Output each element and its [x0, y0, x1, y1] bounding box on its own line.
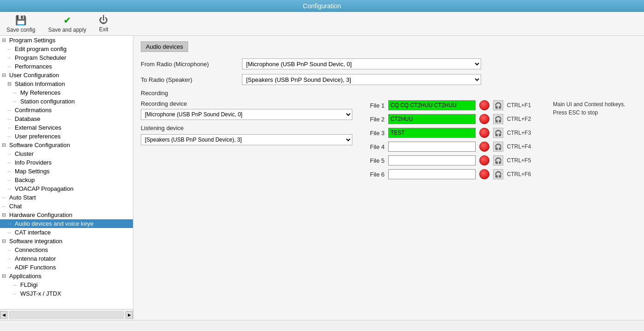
leaf-spacer: ─ — [7, 177, 14, 183]
from-radio-row: From Radio (Microphone) [Microphone (USB… — [141, 58, 637, 69]
scroll-right-arrow[interactable]: ▶ — [126, 311, 133, 319]
leaf-spacer: ─ — [7, 169, 14, 174]
file-input-4[interactable] — [388, 142, 476, 152]
file-input-3[interactable] — [388, 128, 476, 138]
file-label-6: File 6 — [366, 171, 385, 178]
sidebar-item-audio-devices[interactable]: ─Audio devices and voice keye — [0, 219, 133, 228]
leaf-spacer: ─ — [7, 247, 14, 253]
expander-icon: ⊟ — [2, 273, 8, 279]
sidebar-item-adif-functions[interactable]: ─ADIF Functions — [0, 263, 133, 272]
sidebar-item-antenna-rotator[interactable]: ─Antenna rotator — [0, 254, 133, 263]
sidebar-item-label: My References — [19, 89, 60, 96]
sidebar-item-program-settings[interactable]: ⊟Program Settings — [0, 36, 133, 45]
headphone-button-3[interactable]: 🎧 — [493, 128, 503, 138]
hotkey-3: CTRL+F3 — [507, 130, 535, 136]
section-header: Audio devices — [141, 41, 188, 52]
record-button-4[interactable] — [479, 142, 489, 152]
sidebar-item-label: Antenna rotator — [14, 255, 56, 262]
hotkey-1: CTRL+F1 — [507, 102, 535, 108]
headphone-button-1[interactable]: 🎧 — [493, 100, 503, 110]
exit-button[interactable]: ⏻ Exit — [96, 14, 111, 34]
sidebar-item-label: Info Providers — [14, 159, 52, 166]
sidebar-item-label: Cluster — [14, 150, 34, 157]
sidebar-item-edit-program-config[interactable]: ─Edit program config — [0, 45, 133, 53]
sidebar-item-map-settings[interactable]: ─Map Settings — [0, 167, 133, 176]
sidebar-item-user-preferences[interactable]: ─User preferences — [0, 132, 133, 141]
sidebar-item-label: External Services — [14, 124, 61, 131]
leaf-spacer: ─ — [7, 64, 14, 69]
file-row-2: File 2 🎧 CTRL+F2 — [366, 114, 535, 124]
sidebar-item-label: Map Settings — [14, 168, 50, 175]
leaf-spacer: ─ — [13, 99, 19, 104]
sidebar-item-label: Chat — [8, 203, 22, 210]
sidebar-item-database[interactable]: ─Database — [0, 114, 133, 123]
sidebar-item-software-configuration[interactable]: ⊟Software Configuration — [0, 141, 133, 149]
leaf-spacer: ─ — [7, 108, 14, 113]
headphone-button-6[interactable]: 🎧 — [493, 169, 503, 179]
hotkey-4: CTRL+F4 — [507, 143, 535, 150]
expander-icon: ⊟ — [2, 238, 8, 244]
sidebar-item-program-scheduler[interactable]: ─Program Scheduler — [0, 53, 133, 62]
sidebar-item-performances[interactable]: ─Performances — [0, 62, 133, 71]
sidebar-item-backup[interactable]: ─Backup — [0, 176, 133, 184]
hotkey-5: CTRL+F5 — [507, 157, 535, 164]
sidebar-item-chat[interactable]: ─Chat — [0, 202, 133, 211]
sidebar-item-label: User preferences — [14, 133, 61, 140]
sidebar-item-label: Software integration — [8, 238, 63, 245]
sidebar-item-hardware-configuration[interactable]: ⊟Hardware Configuration — [0, 211, 133, 219]
sidebar-item-voacap-propagation[interactable]: ─VOACAP Propagation — [0, 184, 133, 193]
leaf-spacer: ─ — [7, 221, 14, 227]
record-button-6[interactable] — [479, 169, 489, 179]
sidebar-item-label: Performances — [14, 63, 52, 70]
headphone-button-2[interactable]: 🎧 — [493, 114, 503, 124]
horizontal-scrollbar[interactable] — [9, 311, 124, 319]
file-label-2: File 2 — [366, 116, 385, 123]
sidebar-item-software-integration[interactable]: ⊟Software integration — [0, 237, 133, 245]
leaf-spacer: ─ — [7, 265, 14, 270]
sidebar-item-label: Program Scheduler — [14, 54, 66, 61]
save-apply-button[interactable]: ✔ Save and apply — [46, 14, 89, 34]
expander-icon: ⊟ — [2, 72, 8, 78]
file-input-5[interactable] — [388, 155, 476, 166]
file-input-1[interactable] — [388, 100, 476, 110]
expander-icon: ⊟ — [2, 212, 8, 218]
sidebar-item-user-configuration[interactable]: ⊟User Configuration — [0, 71, 133, 80]
record-button-2[interactable] — [479, 114, 489, 124]
headphone-button-4[interactable]: 🎧 — [493, 142, 503, 152]
leaf-spacer: ─ — [7, 256, 14, 262]
sidebar-item-info-providers[interactable]: ─Info Providers — [0, 158, 133, 167]
sidebar-item-connections[interactable]: ─Connections — [0, 245, 133, 254]
record-button-5[interactable] — [479, 155, 489, 166]
from-radio-select[interactable]: [Microphone (USB PnP Sound Devic, 0] — [242, 58, 481, 69]
scroll-left-arrow[interactable]: ◀ — [0, 311, 7, 319]
file-input-2[interactable] — [388, 114, 476, 124]
sidebar-item-applications[interactable]: ⊟Applications — [0, 272, 133, 280]
sidebar-item-station-information[interactable]: ⊟Station Information — [0, 80, 133, 88]
sidebar-item-confirmations[interactable]: ─Confirmations — [0, 106, 133, 114]
sidebar-item-cat-interface[interactable]: ─CAT interface — [0, 228, 133, 237]
file-row-4: File 4 🎧 CTRL+F4 — [366, 142, 535, 152]
leaf-spacer: ─ — [13, 90, 19, 96]
to-radio-label: To Radio (Speaker) — [141, 76, 242, 83]
sidebar-scroll[interactable]: ⊟Program Settings─Edit program config─Pr… — [0, 36, 133, 309]
leaf-spacer: ─ — [2, 204, 8, 209]
sidebar-item-my-references[interactable]: ─My References — [0, 88, 133, 97]
sidebar-item-cluster[interactable]: ─Cluster — [0, 149, 133, 158]
listening-device-select[interactable]: [Speakers (USB PnP Sound Device), 3] — [141, 134, 352, 145]
headphone-button-5[interactable]: 🎧 — [493, 155, 503, 166]
sidebar-item-auto-start[interactable]: ─Auto Start — [0, 193, 133, 202]
sidebar: ⊟Program Settings─Edit program config─Pr… — [0, 36, 133, 320]
file-input-6[interactable] — [388, 169, 476, 179]
sidebar-item-fldigi[interactable]: ─FLDigi — [0, 280, 133, 289]
save-config-button[interactable]: 💾 Save config — [4, 14, 38, 34]
recording-device-select[interactable]: [Microphone (USB PnP Sound Devic, 0] — [141, 109, 352, 120]
record-button-3[interactable] — [479, 128, 489, 138]
sidebar-item-wsjtx[interactable]: ─WSJT-x / JTDX — [0, 289, 133, 298]
sidebar-item-label: Hardware Configuration — [8, 211, 72, 218]
to-radio-select[interactable]: [Speakers (USB PnP Sound Device), 3] — [242, 74, 481, 85]
record-button-1[interactable] — [479, 100, 489, 110]
sidebar-item-label: Auto Start — [8, 194, 36, 201]
sidebar-item-external-services[interactable]: ─External Services — [0, 123, 133, 132]
sidebar-item-station-configuration[interactable]: ─Station configuration — [0, 97, 133, 106]
leaf-spacer: ─ — [7, 134, 14, 139]
